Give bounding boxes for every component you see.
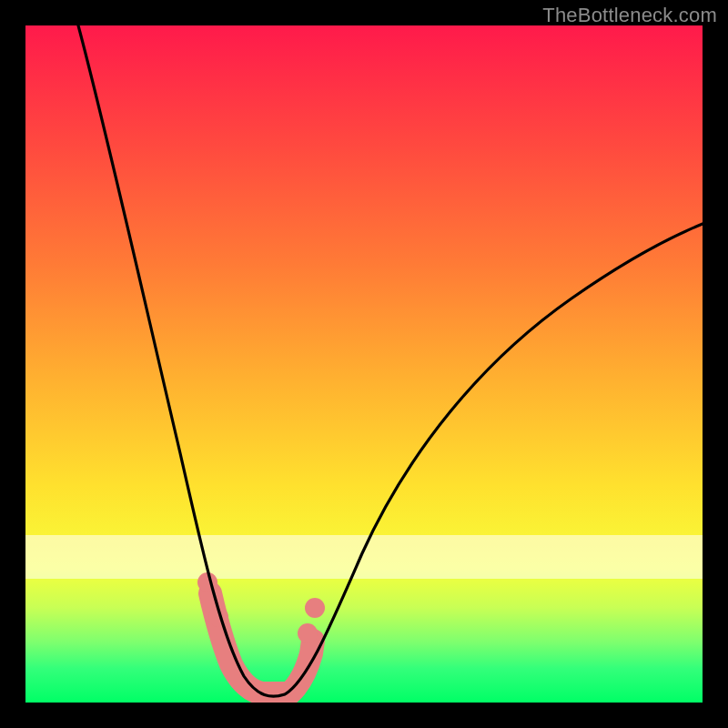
chart-frame: TheBottleneck.com <box>0 0 728 728</box>
marker-dot <box>298 623 318 643</box>
watermark-text: TheBottleneck.com <box>542 4 717 27</box>
marker-band <box>210 593 313 693</box>
curve-layer <box>25 25 703 703</box>
chart-plot-area <box>25 25 703 703</box>
marker-dot <box>305 598 325 618</box>
marker-dot <box>197 572 217 592</box>
bottleneck-curve <box>78 25 703 696</box>
